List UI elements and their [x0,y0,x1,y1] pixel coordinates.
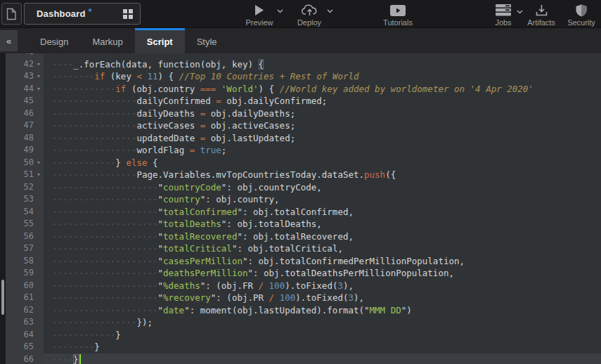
code-line-content[interactable]: ············if (obj.country === 'World')… [44,83,601,96]
code-token: totalConfirmed [163,207,237,217]
code-line[interactable]: 46················dailyDeaths = obj.dail… [6,108,601,120]
code-line[interactable]: 53····················"country": obj.cou… [6,193,601,206]
code-line-content[interactable]: ················dailyConfirmed = obj.dai… [44,95,601,108]
tab-markup[interactable]: Markup [80,28,134,53]
code-line[interactable]: 58····················"casesPerMillion":… [6,255,601,268]
code-line[interactable]: 59····················"deathsPerMillion"… [6,267,601,280]
code-token: === [200,84,217,94]
fold-toggle-icon[interactable]: ▾ [34,169,44,181]
code-token: obj.dailyConfirmed; [221,96,328,106]
code-line[interactable]: 43▾········if (key < 11) { //Top 10 Coun… [6,70,601,83]
code-line[interactable]: 56····················"totalRecovered": … [6,230,601,243]
jobs-button[interactable]: Jobs [489,0,518,28]
code-line[interactable]: 65········} [6,341,601,353]
scrollbar-thumb[interactable] [1,280,4,315]
code-line-content[interactable]: ····} [44,353,601,364]
code-line[interactable]: 44▾············if (obj.country === 'Worl… [6,83,601,96]
code-line-content[interactable]: ················Page.Variables.mvTopCoun… [44,169,601,181]
fold-toggle-icon[interactable]: ▾ [34,58,44,71]
code-line-content[interactable]: ····················"casesPerMillion": o… [44,255,601,268]
code-viewport[interactable]: 4142▾····_.forEach(data, function(obj, k… [6,53,601,364]
code-line-content[interactable]: ····················"countryCode": obj.c… [44,181,601,194]
line-number: 42 [7,58,34,71]
gutter-cell: 66 [6,353,44,364]
code-line[interactable]: 49················worldFlag = true; [6,144,601,157]
code-line[interactable]: 55····················"totalDeaths": obj… [6,218,601,230]
code-line-content[interactable]: ····················"date": moment(obj.l… [44,304,601,317]
tutorials-button[interactable]: Tutorials [376,0,420,28]
code-line-content[interactable]: ····················"%deaths": (obj.FR /… [44,280,601,292]
code-line[interactable]: 60····················"%deaths": (obj.FR… [6,280,601,292]
code-token: " [158,280,164,291]
header-actions: Preview Deploy [241,0,600,28]
code-line[interactable]: 54····················"totalConfirmed": … [6,206,601,219]
fold-toggle-icon[interactable]: ▾ [34,83,44,96]
code-line-content[interactable]: ················activeCases = obj.active… [44,119,601,132]
code-line-content[interactable]: ····················"%recovery": (obj.PR… [44,292,601,304]
chevron-down-icon[interactable] [277,9,283,13]
code-line[interactable]: 64············} [6,329,601,342]
code-line[interactable]: 50▾············} else { [6,157,601,169]
fold-toggle-icon[interactable]: ▾ [34,70,44,83]
code-token: { [259,59,264,70]
code-token: / [259,280,264,291]
chevron-down-icon[interactable] [327,9,333,13]
code-token: Page.Variables.mvTopCountriesToday.dataS… [136,169,364,180]
code-line-content[interactable]: ····················"totalRecovered": ob… [44,230,601,243]
code-line-content[interactable]: ····················"deathsPerMillion": … [44,267,601,280]
code-line-content[interactable]: ········} [44,341,601,353]
code-line-content[interactable]: ····················"totalConfirmed": ob… [44,206,601,219]
code-token: ) { [259,84,280,94]
code-token: push [364,169,385,180]
tab-style[interactable]: Style [185,28,229,53]
code-line-content[interactable]: ················worldFlag = true; [44,144,601,157]
collapse-panel-icon: « [6,36,11,46]
code-token: 11 [148,71,158,82]
code-line[interactable]: 66····} [6,353,601,364]
code-line[interactable]: 62····················"date": moment(obj… [6,304,601,317]
code-line[interactable]: 52····················"countryCode": obj… [6,181,601,194]
security-button[interactable]: Security [563,0,600,28]
code-line-content[interactable]: ············} [44,329,601,342]
preview-button[interactable]: Preview [241,0,278,28]
gutter-cell: 53 [6,193,44,206]
code-line[interactable]: 51▾················Page.Variables.mvTopC… [6,169,601,181]
line-number: 63 [7,316,34,329]
code-line[interactable]: 45················dailyConfirmed = obj.d… [6,95,601,108]
code-line-content[interactable]: ················}); [44,316,601,329]
line-number: 52 [7,181,34,194]
document-tab-dashboard[interactable]: Dashboard * [24,3,141,25]
new-file-button[interactable] [1,3,22,25]
line-number: 65 [7,341,34,353]
code-line[interactable]: 42▾····_.forEach(data, function(obj, key… [6,58,601,71]
code-line-content[interactable]: ········if (key < 11) { //Top 10 Countri… [44,70,601,83]
code-token: }); [136,317,153,327]
tab-script[interactable]: Script [135,28,185,53]
deploy-button[interactable]: Deploy [289,0,330,28]
code-line[interactable]: 61····················"%recovery": (obj.… [6,292,601,304]
code-line-content[interactable]: ····················"totalDeaths": obj.t… [44,218,601,230]
code-token: } [115,330,121,340]
code-line[interactable]: 47················activeCases = obj.acti… [6,119,601,132]
artifacts-button[interactable]: Artifacts [522,0,560,28]
gutter-cell: 62 [6,304,44,317]
code-token: (key [105,71,136,82]
code-line[interactable]: 63················}); [6,316,601,329]
code-token: dailyDeaths [136,108,200,119]
code-line-content[interactable]: ················updatedDate = obj.lastUp… [44,132,601,145]
fold-toggle-icon[interactable]: ▾ [34,157,44,169]
tab-design[interactable]: Design [28,28,80,53]
video-tutorial-icon [390,5,406,16]
code-line-content[interactable]: ············} else { [44,157,601,169]
code-line-content[interactable]: ····················"totalCritical": obj… [44,242,601,255]
code-line[interactable]: 57····················"totalCritical": o… [6,242,601,255]
grid-icon[interactable] [122,8,134,20]
script-editor: 4142▾····_.forEach(data, function(obj, k… [0,53,601,364]
collapse-panel-button[interactable]: « [0,30,18,51]
code-line[interactable]: 48················updatedDate = obj.last… [6,132,601,145]
code-line-content[interactable]: ····_.forEach(data, function(obj, key) { [44,58,601,71]
code-token: ": obj.countryCode, [221,182,322,193]
code-line-content[interactable]: ····················"country": obj.count… [44,193,601,206]
code-line-content[interactable]: ················dailyDeaths = obj.dailyD… [44,108,601,120]
code-token: obj.lastUpdated; [205,133,295,143]
